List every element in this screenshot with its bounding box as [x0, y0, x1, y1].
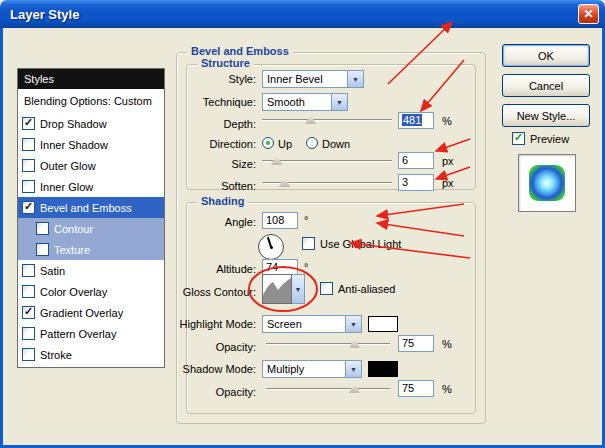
direction-label: Direction: [166, 138, 256, 150]
style-item-gradient-overlay[interactable]: Gradient Overlay [18, 302, 164, 323]
angle-dial[interactable] [258, 234, 284, 260]
checkbox[interactable] [22, 180, 35, 193]
style-item-label: Bevel and Emboss [40, 202, 132, 214]
shadow-opacity-unit: % [442, 383, 452, 395]
style-item-stroke[interactable]: Stroke [18, 344, 164, 365]
style-item-label: Inner Shadow [40, 139, 108, 151]
contour-curve-icon [263, 275, 291, 303]
style-item-label: Contour [54, 223, 93, 235]
checkbox[interactable] [36, 222, 49, 235]
use-global-light-label[interactable]: Use Global Light [320, 238, 401, 250]
depth-input[interactable]: 481 [398, 112, 434, 129]
style-preview-thumbnail [518, 154, 576, 212]
depth-slider[interactable] [262, 112, 392, 126]
style-item-satin[interactable]: Satin [18, 260, 164, 281]
style-item-contour[interactable]: Contour [18, 218, 164, 239]
checkbox[interactable] [22, 327, 35, 340]
checkbox[interactable] [22, 285, 35, 298]
checkbox[interactable] [36, 243, 49, 256]
anti-aliased-label[interactable]: Anti-aliased [338, 283, 395, 295]
chevron-down-icon[interactable]: ▼ [331, 94, 347, 110]
style-item-color-overlay[interactable]: Color Overlay [18, 281, 164, 302]
altitude-label: Altitude: [166, 263, 256, 275]
highlight-color-swatch[interactable] [368, 316, 398, 332]
soften-label: Soften: [166, 180, 256, 192]
direction-up-label[interactable]: Up [278, 138, 292, 150]
window-title: Layer Style [0, 7, 79, 22]
size-label: Size: [166, 158, 256, 170]
shadow-mode-value: Multiply [263, 363, 345, 375]
checkbox[interactable] [22, 159, 35, 172]
checkbox[interactable] [22, 138, 35, 151]
style-item-label: Inner Glow [40, 181, 93, 193]
shadow-mode-label: Shadow Mode: [166, 363, 256, 375]
titlebar[interactable]: Layer Style ✕ [0, 0, 605, 28]
checkbox[interactable] [22, 117, 35, 130]
checkbox[interactable] [22, 201, 35, 214]
angle-label: Angle: [166, 216, 256, 228]
style-item-bevel-and-emboss[interactable]: Bevel and Emboss [18, 197, 164, 218]
technique-dropdown-value: Smooth [263, 96, 331, 108]
close-icon[interactable]: ✕ [578, 4, 599, 24]
gloss-contour-dropdown-icon[interactable]: ▼ [292, 274, 305, 304]
shadow-opacity-slider[interactable] [266, 381, 390, 395]
style-item-texture[interactable]: Texture [18, 239, 164, 260]
soften-input[interactable]: 3 [398, 174, 434, 191]
highlight-mode-value: Screen [263, 318, 345, 330]
style-item-label: Satin [40, 265, 65, 277]
gloss-contour-thumbnail[interactable] [262, 274, 292, 304]
style-item-label: Stroke [40, 349, 72, 361]
angle-dial-center [270, 246, 273, 249]
use-global-light-checkbox[interactable] [302, 237, 315, 250]
altitude-unit: ° [304, 261, 308, 273]
technique-dropdown[interactable]: Smooth ▼ [262, 93, 348, 111]
slider-track [262, 160, 392, 162]
depth-unit: % [442, 115, 452, 127]
angle-unit: ° [304, 214, 308, 226]
highlight-mode-dropdown[interactable]: Screen ▼ [262, 315, 362, 333]
checkbox[interactable] [22, 348, 35, 361]
preview-checkbox[interactable] [512, 132, 525, 145]
soften-slider[interactable] [262, 175, 392, 189]
anti-aliased-checkbox[interactable] [320, 282, 333, 295]
style-item-drop-shadow[interactable]: Drop Shadow [18, 113, 164, 134]
direction-down-radio[interactable] [306, 137, 318, 149]
gloss-contour-label: Gloss Contour: [166, 286, 256, 298]
highlight-opacity-input[interactable]: 75 [398, 335, 434, 352]
shadow-color-swatch[interactable] [368, 361, 398, 377]
highlight-opacity-unit: % [442, 338, 452, 350]
style-item-pattern-overlay[interactable]: Pattern Overlay [18, 323, 164, 344]
ok-button[interactable]: OK [502, 44, 590, 67]
technique-label: Technique: [166, 96, 256, 108]
checkbox[interactable] [22, 264, 35, 277]
styles-list: Styles Blending Options: Custom Drop Sha… [17, 68, 165, 368]
chevron-down-icon[interactable]: ▼ [345, 316, 361, 332]
style-item-inner-glow[interactable]: Inner Glow [18, 176, 164, 197]
size-input[interactable]: 6 [398, 152, 434, 169]
direction-up-radio[interactable] [262, 137, 274, 149]
chevron-down-icon[interactable]: ▼ [345, 361, 361, 377]
style-item-label: Drop Shadow [40, 118, 107, 130]
style-item-label: Texture [54, 244, 90, 256]
style-item-outer-glow[interactable]: Outer Glow [18, 155, 164, 176]
angle-input[interactable]: 108 [262, 212, 298, 229]
highlight-opacity-slider[interactable] [266, 336, 390, 350]
new-style-button[interactable]: New Style... [502, 104, 590, 127]
slider-track [262, 119, 392, 121]
depth-label: Depth: [166, 118, 256, 130]
shadow-mode-dropdown[interactable]: Multiply ▼ [262, 360, 362, 378]
soften-unit: px [442, 177, 454, 189]
chevron-down-icon[interactable]: ▼ [347, 71, 363, 87]
preview-glyph [529, 165, 565, 201]
highlight-opacity-label: Opacity: [166, 341, 256, 353]
checkbox[interactable] [22, 306, 35, 319]
styles-list-header[interactable]: Styles [18, 69, 164, 90]
preview-label[interactable]: Preview [530, 133, 569, 145]
size-slider[interactable] [262, 153, 392, 167]
shadow-opacity-input[interactable]: 75 [398, 380, 434, 397]
direction-down-label[interactable]: Down [322, 138, 350, 150]
blending-options-item[interactable]: Blending Options: Custom [18, 90, 164, 113]
style-item-inner-shadow[interactable]: Inner Shadow [18, 134, 164, 155]
cancel-button[interactable]: Cancel [502, 74, 590, 97]
style-dropdown[interactable]: Inner Bevel ▼ [262, 70, 364, 88]
